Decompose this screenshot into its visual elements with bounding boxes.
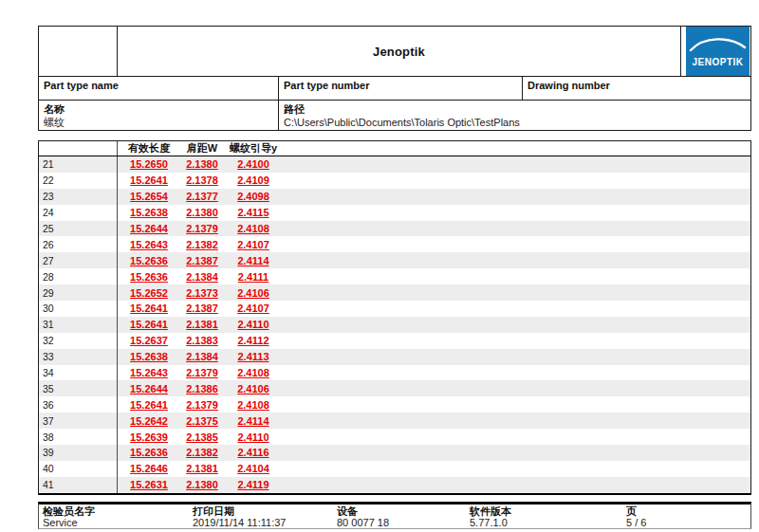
row-number: 28	[39, 268, 118, 284]
measurement-value: 2.1387	[180, 303, 224, 314]
measurement-value: 2.1386	[180, 383, 224, 394]
measurement-value: 2.1380	[180, 207, 224, 218]
jenoptik-logo: JENOPTIK	[686, 27, 750, 76]
measurement-value: 15.2650	[118, 158, 180, 170]
table-row: 4015.26462.13812.4104	[39, 461, 750, 477]
measurement-value: 2.4111	[224, 271, 283, 283]
measurement-value: 2.1380	[180, 479, 224, 490]
footer-value: 5.77.1.0	[470, 517, 622, 529]
page-title: Jenoptik	[118, 27, 680, 76]
measurement-value: 2.4106	[224, 287, 283, 299]
measurement-value: 2.4100	[224, 158, 283, 170]
footer-field: 设备80 0077 18	[333, 504, 466, 528]
measurement-value: 2.4108	[224, 223, 283, 234]
measurement-value: 15.2638	[118, 207, 180, 218]
measurement-value: 2.1380	[180, 158, 224, 170]
measurement-value: 2.4107	[224, 239, 283, 250]
path-label: 路径	[284, 102, 750, 116]
table-row: 4115.26312.13802.4119	[39, 477, 750, 493]
measurement-value: 15.2642	[118, 415, 180, 427]
measurement-value: 2.1378	[180, 174, 224, 186]
footer-label: 检验员名字	[43, 505, 189, 517]
measurement-table: 有效长度肩距W螺纹引导y 2115.26502.13802.41002215.2…	[38, 140, 751, 495]
row-number: 23	[39, 189, 118, 205]
row-number: 30	[39, 301, 118, 317]
footer-label: 设备	[337, 505, 466, 517]
row-number: 38	[39, 429, 118, 445]
row-number: 25	[39, 221, 118, 237]
measurement-value: 2.1379	[180, 367, 224, 378]
measurement-value: 2.4114	[224, 415, 283, 427]
report-footer: 检验员名字Service打印日期2019/11/14 11:11:37设备80 …	[38, 502, 751, 529]
footer-field: 打印日期2019/11/14 11:11:37	[189, 504, 333, 528]
table-row: 2215.26412.13782.4109	[39, 173, 750, 189]
table-row: 3715.26422.13752.4114	[39, 413, 750, 429]
path-value: C:\Users\Public\Documents\Tolaris Optic\…	[284, 116, 750, 129]
footer-field: 检验员名字Service	[39, 504, 189, 528]
measurement-value: 15.2641	[118, 319, 180, 330]
table-row: 2315.26542.13772.4098	[39, 189, 750, 205]
column-header: 肩距W	[180, 141, 224, 156]
table-row: 3315.26382.13842.4113	[39, 349, 750, 365]
measurement-value: 2.1375	[180, 415, 224, 427]
column-header: 有效长度	[118, 141, 180, 156]
measurement-value: 2.4114	[224, 255, 283, 266]
row-number: 31	[39, 317, 118, 333]
table-row: 3115.26412.13812.4110	[39, 317, 750, 333]
header-logo-cell: JENOPTIK	[680, 27, 750, 76]
footer-field: 软件版本5.77.1.0	[466, 504, 622, 528]
measurement-value: 15.2644	[118, 223, 180, 234]
row-number: 24	[39, 205, 118, 221]
header-title-band: Jenoptik JENOPTIK	[39, 27, 750, 77]
table-row: 2915.26522.13732.4106	[39, 284, 750, 301]
row-number: 36	[39, 396, 118, 413]
measurement-value: 2.4109	[224, 174, 283, 186]
measurement-value: 15.2641	[118, 174, 180, 186]
row-number: 34	[39, 365, 118, 381]
row-number: 21	[39, 156, 118, 173]
table-row: 3215.26372.13832.4112	[39, 333, 750, 349]
footer-label: 页	[626, 505, 750, 517]
logo-arc-icon	[689, 32, 747, 53]
table-row: 3915.26362.13822.4116	[39, 445, 750, 461]
measurement-value: 15.2639	[118, 431, 180, 443]
table-row: 2715.26362.13872.4114	[39, 252, 750, 268]
measurement-value: 15.2637	[118, 335, 180, 346]
table-header-row: 有效长度肩距W螺纹引导y	[39, 141, 750, 156]
table-row: 2515.26442.13792.4108	[39, 221, 750, 237]
row-number: 32	[39, 333, 118, 349]
measurement-value: 2.1382	[180, 239, 224, 250]
measurement-value: 15.2636	[118, 447, 180, 458]
measurement-value: 15.2631	[118, 479, 180, 490]
row-number: 26	[39, 236, 118, 252]
measurement-value: 15.2646	[118, 463, 180, 474]
row-number: 27	[39, 252, 118, 268]
name-field: 名称 螺纹	[39, 101, 279, 130]
measurement-value: 2.1373	[180, 287, 224, 299]
row-number: 33	[39, 349, 118, 365]
table-row: 2615.26432.13822.4107	[39, 236, 750, 252]
measurement-value: 2.4110	[224, 319, 283, 330]
name-label: 名称	[44, 102, 278, 116]
report-header: Jenoptik JENOPTIK Part type name Part ty…	[38, 26, 751, 131]
measurement-value: 2.1381	[180, 463, 224, 474]
footer-label: 软件版本	[470, 505, 622, 517]
footer-value: 5 / 6	[626, 517, 750, 529]
column-header: 螺纹引导y	[224, 141, 283, 156]
measurement-value: 2.1379	[180, 399, 224, 411]
name-value: 螺纹	[44, 116, 278, 129]
row-number-header	[39, 141, 118, 156]
measurement-value: 2.1383	[180, 335, 224, 346]
measurement-value: 2.4113	[224, 351, 283, 362]
measurement-value: 15.2636	[118, 271, 180, 283]
footer-value: Service	[43, 517, 189, 529]
name-path-band: 名称 螺纹 路径 C:\Users\Public\Documents\Tolar…	[39, 101, 750, 130]
measurement-value: 15.2636	[118, 255, 180, 266]
part-type-name-label: Part type name	[39, 77, 279, 100]
measurement-value: 2.4119	[224, 479, 283, 490]
path-field: 路径 C:\Users\Public\Documents\Tolaris Opt…	[279, 101, 750, 130]
table-row: 3515.26442.13862.4106	[39, 380, 750, 396]
measurement-value: 15.2652	[118, 287, 180, 299]
table-row: 3815.26392.13852.4110	[39, 429, 750, 445]
table-row: 3415.26432.13792.4108	[39, 365, 750, 381]
